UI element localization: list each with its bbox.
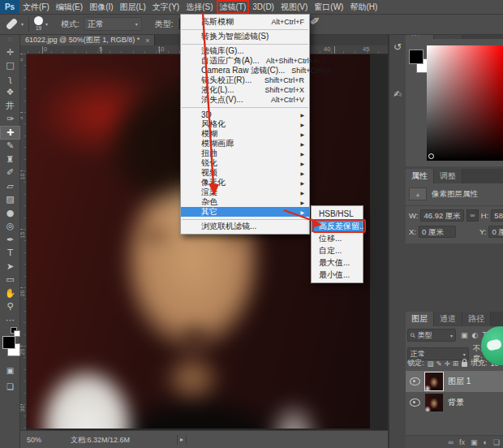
zoom-tool[interactable]: ⚲ xyxy=(0,300,20,314)
layer-row[interactable]: 图层 1 xyxy=(406,371,503,392)
filter-menu-item[interactable]: 消失点(V)...Alt+Ctrl+V xyxy=(181,95,309,105)
menubar-item-文件(F)[interactable]: 文件(F) xyxy=(19,0,53,14)
x-field[interactable]: 0 厘米 xyxy=(419,226,456,238)
eyedropper-tool[interactable]: ✑ xyxy=(0,113,20,127)
shape-tool[interactable]: ▭ xyxy=(0,274,20,287)
screen-mode-icon[interactable]: ❏ xyxy=(0,380,20,393)
submenu-item[interactable]: 自定... xyxy=(312,244,363,256)
search-icon: ⚲ xyxy=(409,331,418,340)
add-mask-icon[interactable]: ▣ xyxy=(471,438,478,446)
filter-menu-item[interactable]: 浏览联机滤镜... xyxy=(181,222,309,231)
submenu-item[interactable]: 最小值... xyxy=(312,269,363,281)
visibility-eye-icon[interactable] xyxy=(410,398,420,407)
lock-position-icon[interactable]: ✛ xyxy=(445,360,450,368)
tab-调整[interactable]: 调整 xyxy=(434,169,462,183)
visibility-eye-icon[interactable] xyxy=(410,377,420,386)
pen-tool[interactable]: ✒ xyxy=(0,233,20,247)
brush-tool[interactable]: ✎ xyxy=(0,140,20,153)
menubar-item-帮助(H)[interactable]: 帮助(H) xyxy=(346,0,380,14)
close-tab-icon[interactable]: × xyxy=(145,37,149,45)
submenu-item[interactable]: 最大值... xyxy=(312,256,363,269)
height-field[interactable]: 58.56 厘米 xyxy=(491,209,503,222)
quick-selection-tool[interactable]: ❖ xyxy=(0,86,20,100)
status-options-arrow[interactable]: ▸ xyxy=(177,435,187,445)
menubar-item-文字(Y)[interactable]: 文字(Y) xyxy=(149,0,183,14)
submenu-item[interactable]: HSB/HSL xyxy=(312,208,363,220)
link-layers-icon[interactable]: ∞ xyxy=(449,438,454,446)
menubar-item-图像(I)[interactable]: 图像(I) xyxy=(86,0,116,14)
clone-stamp-tool[interactable]: ♜ xyxy=(0,153,20,166)
spot-healing-brush-tool[interactable]: ✚ xyxy=(0,126,20,140)
history-panel-icon[interactable]: ↺ xyxy=(393,41,402,53)
submenu-item[interactable]: 位移... xyxy=(312,232,363,244)
type-tool[interactable]: T xyxy=(0,247,20,261)
history-brush-tool[interactable]: ✐ xyxy=(0,166,20,180)
lock-transparency-icon[interactable]: ▨ xyxy=(428,360,434,368)
tab-属性[interactable]: 属性 xyxy=(406,169,434,183)
hand-tool[interactable]: ✋ xyxy=(0,286,20,300)
marquee-tool[interactable]: □ xyxy=(0,59,20,73)
filter-menu-item[interactable]: 转换为智能滤镜(S) xyxy=(181,32,309,41)
ruler-tick-label: 10 xyxy=(156,45,164,53)
menubar-item-滤镜(T)[interactable]: 滤镜(T) xyxy=(217,0,250,14)
menubar-item-视图(V)[interactable]: 视图(V) xyxy=(277,0,311,14)
layer-thumbnail[interactable] xyxy=(425,373,443,390)
y-field[interactable]: 0 厘米 xyxy=(488,226,503,238)
path-selection-tool-icon: ➤ xyxy=(6,262,14,271)
foreground-color-swatch[interactable] xyxy=(2,336,15,349)
lock-artboard-icon[interactable]: ⊞ xyxy=(453,360,458,368)
filter-menu-item[interactable]: 高斯模糊Alt+Ctrl+F xyxy=(181,17,309,27)
document-size-info: 文档:6.32M/12.6M xyxy=(71,435,130,446)
menubar-item-窗口(W)[interactable]: 窗口(W) xyxy=(311,0,346,14)
move-tool[interactable]: ✛ xyxy=(0,45,20,59)
layer-thumbnail[interactable] xyxy=(425,394,443,411)
eraser-tool[interactable]: ▱ xyxy=(0,179,20,193)
zoom-level-field[interactable]: 50% xyxy=(27,436,41,444)
color-gradient-field[interactable] xyxy=(427,45,503,161)
right-panel-dock: « ↺✍ 颜色色板 属性调整 ▲ 像素图层属性 W: 46.92 xyxy=(388,14,503,448)
ruler-tick-label: 25 xyxy=(19,349,25,355)
menubar-item-3D(D)[interactable]: 3D(D) xyxy=(249,0,277,14)
collapse-toolbar-icon[interactable]: ∷ xyxy=(0,37,20,43)
submenu-item[interactable]: 高反差保留... xyxy=(312,220,363,232)
tab-路径[interactable]: 路径 xyxy=(462,312,491,326)
layer-filter-dropdown[interactable]: ⚲ 类型 ▾ xyxy=(407,329,456,342)
lasso-tool[interactable]: ʅ xyxy=(0,72,20,86)
color-panel: 颜色色板 xyxy=(406,24,503,166)
menubar-item-编辑(E)[interactable]: 编辑(E) xyxy=(53,0,86,14)
menu-item-shortcut: Alt+Ctrl+V xyxy=(271,96,304,104)
crop-tool[interactable]: 井 xyxy=(0,99,20,113)
lock-all-icon[interactable] xyxy=(462,362,467,367)
mode-label: 模式: xyxy=(61,19,80,30)
dodge-tool[interactable]: ◎ xyxy=(0,220,20,234)
brush-size-picker[interactable]: 19 xyxy=(34,16,43,32)
edit-toolbar[interactable]: ⋯ xyxy=(0,313,20,327)
menubar-item-选择(S)[interactable]: 选择(S) xyxy=(183,0,216,14)
foreground-color-swatch[interactable] xyxy=(409,50,423,64)
info-panel-icon[interactable]: ✍ xyxy=(393,88,402,100)
layer-row[interactable]: 背景 xyxy=(406,392,503,413)
adjustment-layer-icon[interactable]: ◐ xyxy=(483,438,487,446)
mode-dropdown[interactable]: 正常 ▾ xyxy=(84,17,142,31)
filter-adjustment-layers-icon[interactable]: ◐ xyxy=(472,331,479,339)
tab-通道[interactable]: 通道 xyxy=(434,312,462,326)
menubar-item-图层(L)[interactable]: 图层(L) xyxy=(117,0,149,14)
blur-tool[interactable]: ● xyxy=(0,206,20,220)
move-tool-icon: ✛ xyxy=(6,48,14,57)
width-field[interactable]: 46.92 厘米 xyxy=(420,209,463,222)
document-tab[interactable]: 61022.jpg @ 50%(图层 1, RGB/8) * × xyxy=(20,35,155,45)
lock-pixels-icon[interactable]: ✎ xyxy=(436,360,442,368)
new-group-icon[interactable]: ❏ xyxy=(493,438,500,446)
link-dimensions-icon[interactable]: ∞ xyxy=(466,209,479,222)
tool-preset-picker[interactable]: ▾ xyxy=(6,21,24,27)
submenu-arrow-icon: ▶ xyxy=(300,209,304,215)
filter-menu-item[interactable]: 其它▶ xyxy=(181,207,309,217)
quick-mask-icon[interactable]: ▣ xyxy=(0,364,20,377)
ruler-tick-label: 0 xyxy=(42,45,47,53)
tab-图层[interactable]: 图层 xyxy=(406,312,434,326)
submenu-arrow-icon: ▶ xyxy=(300,151,304,157)
path-selection-tool[interactable]: ➤ xyxy=(0,260,20,274)
layer-style-icon[interactable]: fx xyxy=(459,438,465,446)
filter-pixel-layers-icon[interactable]: ▣ xyxy=(461,331,468,339)
gradient-tool[interactable]: ▨ xyxy=(0,193,20,207)
